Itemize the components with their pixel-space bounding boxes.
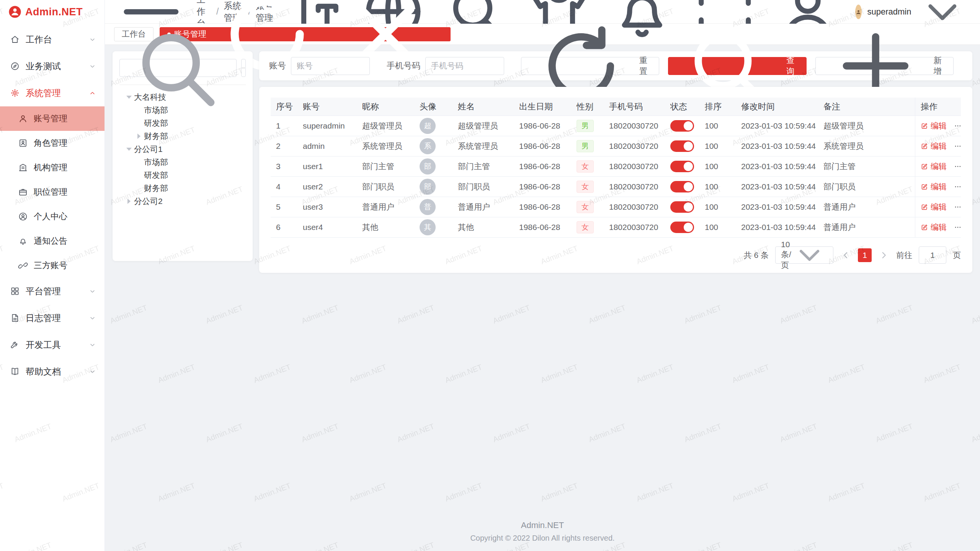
page-number-1[interactable]: 1 [858,248,872,262]
tree-node[interactable]: 市场部 [119,156,246,169]
usercircle-icon [18,212,28,222]
edit-icon [921,203,928,211]
table-row: 1superadmin超级管理员超超级管理员1986-06-28男1802003… [271,116,961,136]
app-logo-text: Admin.NET [25,6,83,18]
more-dots-icon [954,223,961,231]
cell-name: 其他 [452,217,514,238]
edit-icon [921,183,928,191]
caret-right-icon[interactable] [124,199,134,204]
sidebar-item-log-management[interactable]: 日志管理 [0,305,105,331]
next-page-button[interactable] [878,249,890,261]
cell-nickname: 系统管理员 [357,136,414,156]
row-more-button[interactable] [954,223,961,231]
edit-button[interactable]: 编辑 [921,222,947,233]
sidebar-item-notice-announcement[interactable]: 通知公告 [0,229,105,253]
caret-right-icon[interactable] [134,134,144,139]
sidebar-item-personal-center[interactable]: 个人中心 [0,204,105,229]
edit-button[interactable]: 编辑 [921,141,947,152]
cell-gender: 女 [571,197,604,217]
column-header: 性别 [571,98,604,116]
gender-tag: 女 [577,221,594,233]
app-logo[interactable]: Admin.NET [0,0,105,24]
prev-page-button[interactable] [840,249,851,261]
avatar: 部 [420,158,436,174]
gender-tag: 男 [577,140,594,152]
table-row: 5user3普通用户普普通用户1986-06-28女18020030720100… [271,197,961,217]
tree-node[interactable]: 市场部 [119,104,246,117]
phone-input[interactable] [425,57,504,75]
sidebar-item-system-management[interactable]: 系统管理 [0,80,105,106]
row-more-button[interactable] [954,162,961,171]
sidebar-item-workbench[interactable]: 工作台 [0,26,105,53]
cell-gender: 男 [571,116,604,136]
tree-node[interactable]: 分公司2 [119,195,246,208]
cell-remark: 系统管理员 [818,136,915,156]
add-button[interactable]: 新增 [815,57,954,75]
status-toggle[interactable] [670,140,694,152]
cell-phone: 18020030720 [604,197,665,217]
tree-node[interactable]: 研发部 [119,169,246,182]
sidebar-item-org-management[interactable]: 机构管理 [0,155,105,180]
link-icon [18,261,28,271]
row-more-button[interactable] [954,142,961,150]
status-toggle[interactable] [670,201,694,213]
sidebar-item-position-management[interactable]: 职位管理 [0,180,105,204]
edit-button[interactable]: 编辑 [921,121,947,131]
sidebar-item-account-management[interactable]: 账号管理 [0,106,105,131]
sidebar-item-business-test[interactable]: 业务测试 [0,53,105,80]
sidebar-item-platform-management[interactable]: 平台管理 [0,278,105,305]
row-more-button[interactable] [954,122,961,130]
sidebar-item-role-management[interactable]: 角色管理 [0,131,105,155]
table-body: 1superadmin超级管理员超超级管理员1986-06-28男1802003… [271,116,961,238]
sidebar-item-label: 业务测试 [26,60,61,72]
tree-node[interactable]: 分公司1 [119,143,246,156]
sidebar-item-third-party-account[interactable]: 三方账号 [0,253,105,278]
caret-down-icon[interactable] [124,96,134,99]
notification-bell-icon[interactable] [607,0,677,47]
column-header: 手机号码 [604,98,665,116]
sidebar-item-label: 职位管理 [34,186,67,198]
cell-birthdate: 1986-06-28 [514,177,571,197]
cell-avatar: 系 [414,136,452,156]
edit-button[interactable]: 编辑 [921,181,947,192]
tree-node[interactable]: 财务部 [119,182,246,195]
status-toggle[interactable] [670,181,694,192]
page-size-select[interactable]: 10条/页 [775,246,833,264]
account-input[interactable] [291,57,370,75]
column-header: 序号 [271,98,297,116]
more-dots-icon [954,203,961,211]
cell-name: 超级管理员 [452,116,514,136]
avatar: 系 [420,138,436,154]
cell-nickname: 其他 [357,217,414,238]
status-toggle[interactable] [670,161,694,172]
account-table-card: 序号账号昵称头像姓名出生日期性别手机号码状态排序修改时间备注操作 1supera… [259,87,972,273]
sidebar-item-label: 日志管理 [26,312,61,324]
caret-down-icon[interactable] [124,148,134,151]
cell-gender: 女 [571,177,604,197]
sidebar-item-dev-tools[interactable]: 开发工具 [0,331,105,358]
status-toggle[interactable] [670,222,694,233]
row-more-button[interactable] [954,183,961,191]
pagination: 共 6 条 10条/页 1 前往 页 [271,246,961,264]
chevron-down-icon [89,36,96,43]
edit-button[interactable]: 编辑 [921,202,947,212]
org-more-button[interactable] [241,59,246,77]
tree-node[interactable]: 财务部 [119,130,246,143]
cell-account: user2 [297,177,357,197]
footer-title: Admin.NET [113,520,972,530]
sidebar-item-help-docs[interactable]: 帮助文档 [0,358,105,385]
bell-icon [607,0,677,47]
tree-node[interactable]: 研发部 [119,117,246,130]
table-row: 2admin系统管理员系系统管理员1986-06-28男180200307201… [271,136,961,156]
search-button[interactable]: 查询 [668,57,806,75]
chevron-up-icon [89,90,96,97]
table-row: 4user2部门职员部部门职员1986-06-28女18020030720100… [271,177,961,197]
goto-page-input[interactable] [919,246,946,264]
toggle-knob [684,223,693,232]
reset-button[interactable]: 重置 [521,57,659,75]
gender-tag: 女 [577,201,594,213]
row-more-button[interactable] [954,203,961,211]
status-toggle[interactable] [670,120,694,132]
edit-button[interactable]: 编辑 [921,161,947,172]
tree-node[interactable]: 大名科技 [119,91,246,104]
